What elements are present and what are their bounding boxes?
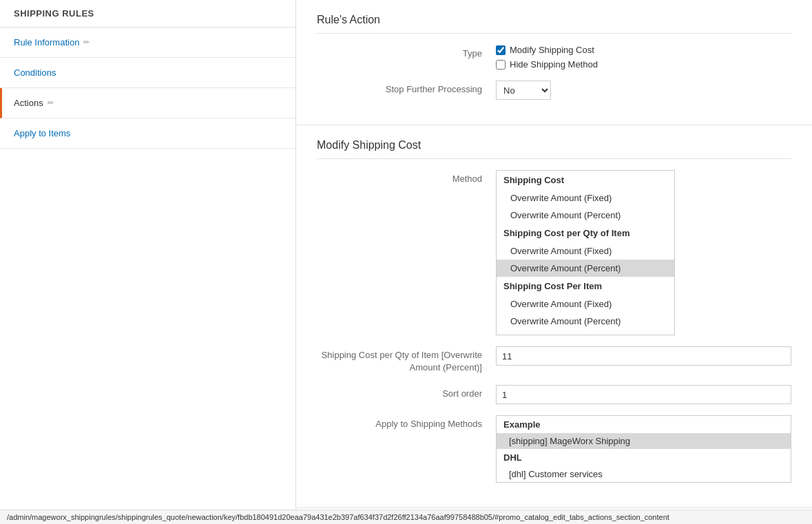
apply-to-shipping-methods-row: Apply to Shipping Methods Example [shipp… (317, 415, 791, 483)
stop-further-processing-control: No Yes (496, 81, 791, 100)
shipping-group-dhl: DHL (497, 449, 791, 466)
type-row: Type Modify Shipping Cost Hide Shipping … (317, 45, 791, 70)
stop-further-processing-select-wrapper: No Yes (496, 81, 551, 100)
modify-shipping-cost-section: Modify Shipping Cost Method Shipping Cos… (296, 125, 812, 508)
rules-action-title: Rule's Action (317, 14, 791, 34)
group-shipping-cost-per-item: Shipping Cost Per Item (497, 277, 674, 295)
group-shipping-cost: Shipping Cost (497, 171, 674, 189)
sidebar-item-actions[interactable]: Actions ✏ (0, 88, 295, 118)
sidebar-item-rule-information[interactable]: Rule Information ✏ (0, 28, 295, 58)
hide-shipping-method-label: Hide Shipping Method (510, 59, 598, 70)
amount-field-control (496, 346, 791, 366)
stop-further-processing-select[interactable]: No Yes (496, 81, 551, 100)
sidebar-item-apply-to-items[interactable]: Apply to Items (0, 118, 295, 149)
listbox-item[interactable]: Overwrite Amount (Fixed) (497, 189, 674, 207)
listbox-item[interactable]: Overwrite Amount (Fixed) (497, 242, 674, 260)
method-listbox[interactable]: Shipping Cost Overwrite Amount (Fixed) O… (496, 170, 675, 335)
sidebar-item-label: Rule Information (14, 37, 79, 48)
shipping-item[interactable]: [dhl] Customer services (497, 466, 791, 482)
sort-order-control (496, 385, 791, 404)
modify-shipping-cost-checkbox[interactable] (496, 45, 506, 55)
sidebar-item-label: Apply to Items (14, 128, 70, 138)
stop-further-processing-label: Stop Further Processing (317, 81, 496, 96)
method-control: Shipping Cost Overwrite Amount (Fixed) O… (496, 170, 791, 335)
amount-input[interactable] (496, 346, 791, 366)
group-shipping-cost-per-qty: Shipping Cost per Qty of Item (497, 224, 674, 242)
sidebar-header: Shipping Rules (0, 0, 295, 28)
hide-shipping-method-row: Hide Shipping Method (496, 59, 598, 70)
sort-order-input[interactable] (496, 385, 791, 404)
modify-shipping-cost-row: Modify Shipping Cost (496, 45, 594, 55)
apply-to-shipping-methods-label: Apply to Shipping Methods (317, 415, 496, 430)
sidebar-item-label: Conditions (14, 67, 56, 78)
listbox-item-selected[interactable]: Overwrite Amount (Percent) (497, 260, 674, 277)
rules-action-section: Rule's Action Type Modify Shipping Cost … (296, 0, 812, 125)
sort-order-label: Sort order (317, 385, 496, 400)
group-shipping-cost-per-weight: Shipping Cost Per 1 Unit of Weight (497, 330, 674, 335)
amount-field-label: Shipping Cost per Qty of Item [Overwrite… (317, 346, 496, 374)
main-content: Rule's Action Type Modify Shipping Cost … (296, 0, 812, 524)
stop-further-processing-row: Stop Further Processing No Yes (317, 81, 791, 100)
type-label: Type (317, 45, 496, 60)
modify-shipping-cost-section-title: Modify Shipping Cost (317, 139, 791, 159)
method-label: Method (317, 170, 496, 185)
sidebar-title: Shipping Rules (14, 8, 94, 19)
status-bar: /admin/mageworx_shippingrules/shippingru… (0, 510, 812, 524)
shipping-item[interactable]: [shipping] MageWorx Shipping (497, 433, 791, 449)
apply-to-shipping-methods-control: Example [shipping] MageWorx Shipping DHL… (496, 415, 791, 483)
shipping-methods-listbox[interactable]: Example [shipping] MageWorx Shipping DHL… (496, 415, 791, 483)
sidebar-item-conditions[interactable]: Conditions (0, 58, 295, 88)
hide-shipping-method-checkbox[interactable] (496, 60, 506, 70)
listbox-item[interactable]: Overwrite Amount (Percent) (497, 207, 674, 224)
shipping-group-example: Example (497, 416, 791, 433)
method-row: Method Shipping Cost Overwrite Amount (F… (317, 170, 791, 335)
type-control: Modify Shipping Cost Hide Shipping Metho… (496, 45, 791, 70)
listbox-item[interactable]: Overwrite Amount (Fixed) (497, 295, 674, 313)
amount-field-row: Shipping Cost per Qty of Item [Overwrite… (317, 346, 791, 374)
listbox-item[interactable]: Overwrite Amount (Percent) (497, 313, 674, 330)
status-bar-text: /admin/mageworx_shippingrules/shippingru… (7, 513, 669, 521)
sidebar-item-label: Actions (14, 98, 43, 108)
sidebar: Shipping Rules Rule Information ✏ Condit… (0, 0, 296, 524)
sort-order-row: Sort order (317, 385, 791, 404)
edit-icon: ✏ (48, 98, 54, 107)
edit-icon: ✏ (83, 38, 90, 47)
modify-shipping-cost-label: Modify Shipping Cost (510, 45, 594, 55)
